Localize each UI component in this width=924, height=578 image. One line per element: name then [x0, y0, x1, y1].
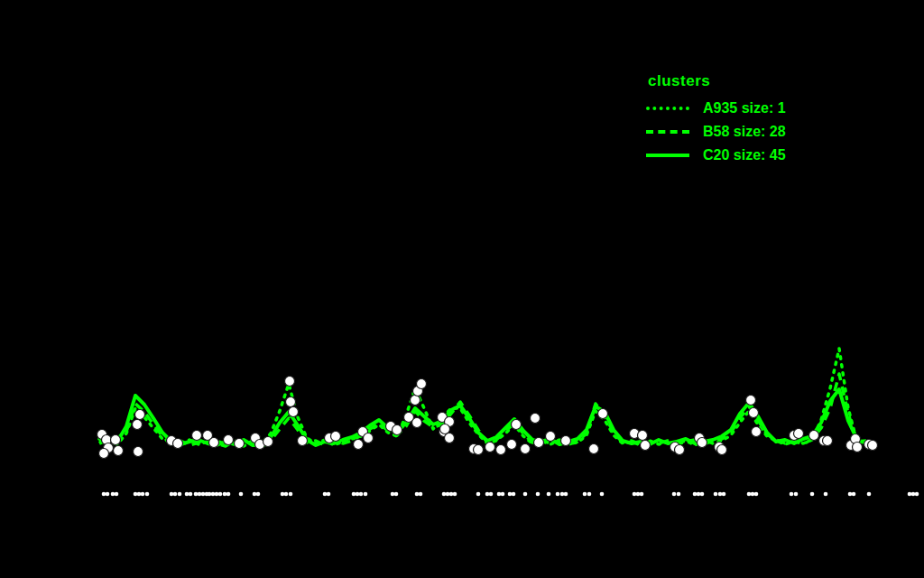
dotted-line-icon: [646, 107, 689, 110]
dashed-line-icon: [646, 130, 689, 134]
legend-item-b58: B58 size: 28: [646, 120, 786, 144]
legend-item-c20: C20 size: 45: [646, 144, 786, 167]
chart-legend: clusters A935 size: 1 B58 size: 28 C20 s…: [646, 72, 786, 167]
legend-item-a935: A935 size: 1: [646, 97, 786, 120]
solid-line-icon: [646, 154, 689, 157]
chart-canvas: clusters A935 size: 1 B58 size: 28 C20 s…: [0, 0, 924, 578]
legend-label-a935: A935 size: 1: [703, 100, 786, 117]
legend-label-c20: C20 size: 45: [703, 147, 786, 163]
legend-title: clusters: [648, 72, 786, 90]
legend-label-b58: B58 size: 28: [703, 124, 786, 140]
